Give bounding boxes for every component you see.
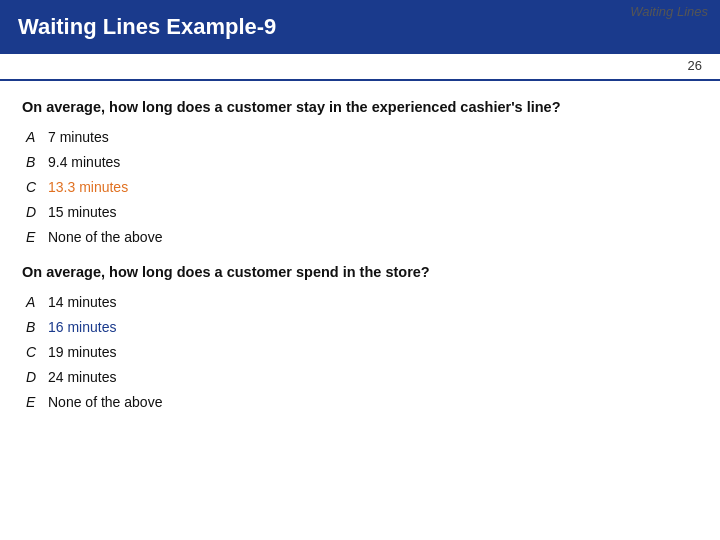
option-text: 7 minutes: [48, 127, 109, 148]
option-letter: E: [26, 392, 48, 413]
option-text-highlighted: 13.3 minutes: [48, 177, 128, 198]
list-item: B 16 minutes: [26, 317, 698, 338]
option-letter: E: [26, 227, 48, 248]
option-letter: D: [26, 367, 48, 388]
question-2-block: On average, how long does a customer spe…: [22, 262, 698, 413]
option-text: None of the above: [48, 392, 162, 413]
option-letter: C: [26, 342, 48, 363]
header-bar: Waiting Lines Example-9: [0, 0, 720, 54]
list-item: E None of the above: [26, 392, 698, 413]
list-item: E None of the above: [26, 227, 698, 248]
option-letter: C: [26, 177, 48, 198]
list-item: C 19 minutes: [26, 342, 698, 363]
question-1-text: On average, how long does a customer sta…: [22, 97, 698, 119]
option-letter: B: [26, 152, 48, 173]
list-item: B 9.4 minutes: [26, 152, 698, 173]
question-1-options: A 7 minutes B 9.4 minutes C 13.3 minutes…: [26, 127, 698, 248]
option-letter: B: [26, 317, 48, 338]
question-2-text: On average, how long does a customer spe…: [22, 262, 698, 284]
option-text: 15 minutes: [48, 202, 116, 223]
option-text: 19 minutes: [48, 342, 116, 363]
question-1-block: On average, how long does a customer sta…: [22, 97, 698, 248]
list-item: D 24 minutes: [26, 367, 698, 388]
list-item: A 14 minutes: [26, 292, 698, 313]
option-text: 9.4 minutes: [48, 152, 120, 173]
question-2-options: A 14 minutes B 16 minutes C 19 minutes D…: [26, 292, 698, 413]
option-text: 24 minutes: [48, 367, 116, 388]
option-text: None of the above: [48, 227, 162, 248]
option-text-highlighted: 16 minutes: [48, 317, 116, 338]
list-item: A 7 minutes: [26, 127, 698, 148]
list-item: D 15 minutes: [26, 202, 698, 223]
content-area: On average, how long does a customer sta…: [0, 81, 720, 437]
list-item: C 13.3 minutes: [26, 177, 698, 198]
page-title: Waiting Lines Example-9: [18, 14, 702, 40]
option-text: 14 minutes: [48, 292, 116, 313]
watermark-text: Waiting Lines: [630, 4, 708, 19]
option-letter: D: [26, 202, 48, 223]
slide-number: 26: [0, 54, 720, 81]
option-letter: A: [26, 127, 48, 148]
option-letter: A: [26, 292, 48, 313]
